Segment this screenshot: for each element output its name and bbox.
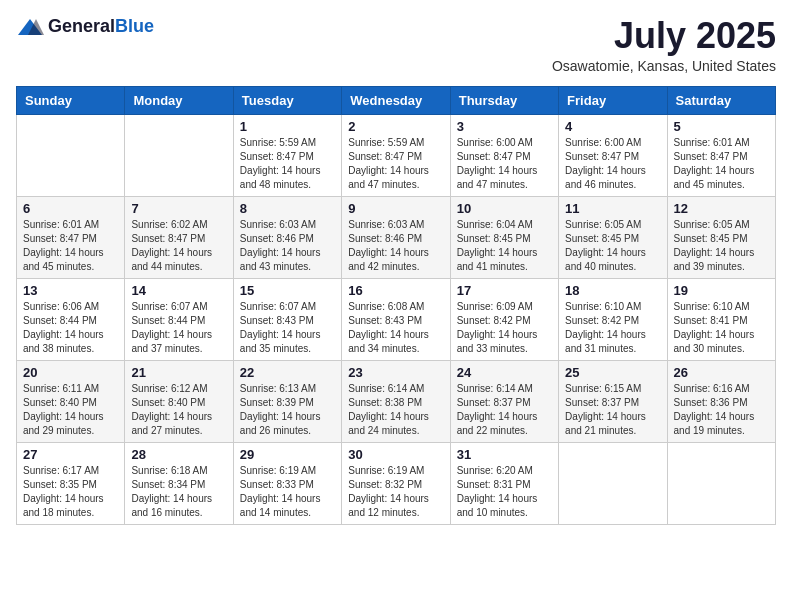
day-number: 3 (457, 119, 552, 134)
day-number: 5 (674, 119, 769, 134)
day-cell: 9Sunrise: 6:03 AM Sunset: 8:46 PM Daylig… (342, 196, 450, 278)
day-number: 8 (240, 201, 335, 216)
day-cell: 27Sunrise: 6:17 AM Sunset: 8:35 PM Dayli… (17, 442, 125, 524)
day-cell: 14Sunrise: 6:07 AM Sunset: 8:44 PM Dayli… (125, 278, 233, 360)
day-number: 14 (131, 283, 226, 298)
day-info: Sunrise: 6:09 AM Sunset: 8:42 PM Dayligh… (457, 300, 552, 356)
day-info: Sunrise: 6:07 AM Sunset: 8:44 PM Dayligh… (131, 300, 226, 356)
day-number: 1 (240, 119, 335, 134)
day-number: 19 (674, 283, 769, 298)
day-number: 25 (565, 365, 660, 380)
day-cell: 31Sunrise: 6:20 AM Sunset: 8:31 PM Dayli… (450, 442, 558, 524)
day-cell (125, 114, 233, 196)
logo-blue: Blue (115, 16, 154, 36)
weekday-header-thursday: Thursday (450, 86, 558, 114)
day-info: Sunrise: 6:04 AM Sunset: 8:45 PM Dayligh… (457, 218, 552, 274)
day-cell: 28Sunrise: 6:18 AM Sunset: 8:34 PM Dayli… (125, 442, 233, 524)
day-number: 24 (457, 365, 552, 380)
day-number: 29 (240, 447, 335, 462)
day-number: 26 (674, 365, 769, 380)
weekday-header-sunday: Sunday (17, 86, 125, 114)
day-number: 20 (23, 365, 118, 380)
day-info: Sunrise: 6:01 AM Sunset: 8:47 PM Dayligh… (674, 136, 769, 192)
day-info: Sunrise: 6:05 AM Sunset: 8:45 PM Dayligh… (674, 218, 769, 274)
calendar-table: SundayMondayTuesdayWednesdayThursdayFrid… (16, 86, 776, 525)
day-number: 6 (23, 201, 118, 216)
day-info: Sunrise: 6:17 AM Sunset: 8:35 PM Dayligh… (23, 464, 118, 520)
day-info: Sunrise: 6:14 AM Sunset: 8:38 PM Dayligh… (348, 382, 443, 438)
day-info: Sunrise: 6:00 AM Sunset: 8:47 PM Dayligh… (457, 136, 552, 192)
day-cell: 2Sunrise: 5:59 AM Sunset: 8:47 PM Daylig… (342, 114, 450, 196)
day-number: 21 (131, 365, 226, 380)
day-cell: 21Sunrise: 6:12 AM Sunset: 8:40 PM Dayli… (125, 360, 233, 442)
day-cell (667, 442, 775, 524)
day-info: Sunrise: 5:59 AM Sunset: 8:47 PM Dayligh… (348, 136, 443, 192)
day-info: Sunrise: 6:19 AM Sunset: 8:33 PM Dayligh… (240, 464, 335, 520)
weekday-header-friday: Friday (559, 86, 667, 114)
day-number: 15 (240, 283, 335, 298)
day-info: Sunrise: 6:06 AM Sunset: 8:44 PM Dayligh… (23, 300, 118, 356)
day-number: 28 (131, 447, 226, 462)
day-info: Sunrise: 6:14 AM Sunset: 8:37 PM Dayligh… (457, 382, 552, 438)
day-cell: 16Sunrise: 6:08 AM Sunset: 8:43 PM Dayli… (342, 278, 450, 360)
day-info: Sunrise: 6:10 AM Sunset: 8:41 PM Dayligh… (674, 300, 769, 356)
day-info: Sunrise: 6:15 AM Sunset: 8:37 PM Dayligh… (565, 382, 660, 438)
logo-icon (16, 17, 44, 37)
day-number: 27 (23, 447, 118, 462)
day-info: Sunrise: 6:07 AM Sunset: 8:43 PM Dayligh… (240, 300, 335, 356)
week-row-2: 6Sunrise: 6:01 AM Sunset: 8:47 PM Daylig… (17, 196, 776, 278)
weekday-header-saturday: Saturday (667, 86, 775, 114)
day-cell: 24Sunrise: 6:14 AM Sunset: 8:37 PM Dayli… (450, 360, 558, 442)
day-info: Sunrise: 6:05 AM Sunset: 8:45 PM Dayligh… (565, 218, 660, 274)
day-number: 18 (565, 283, 660, 298)
week-row-1: 1Sunrise: 5:59 AM Sunset: 8:47 PM Daylig… (17, 114, 776, 196)
day-info: Sunrise: 6:08 AM Sunset: 8:43 PM Dayligh… (348, 300, 443, 356)
day-cell: 3Sunrise: 6:00 AM Sunset: 8:47 PM Daylig… (450, 114, 558, 196)
day-cell: 7Sunrise: 6:02 AM Sunset: 8:47 PM Daylig… (125, 196, 233, 278)
day-number: 23 (348, 365, 443, 380)
day-number: 7 (131, 201, 226, 216)
day-number: 10 (457, 201, 552, 216)
day-cell: 23Sunrise: 6:14 AM Sunset: 8:38 PM Dayli… (342, 360, 450, 442)
day-cell: 13Sunrise: 6:06 AM Sunset: 8:44 PM Dayli… (17, 278, 125, 360)
day-number: 17 (457, 283, 552, 298)
day-cell: 29Sunrise: 6:19 AM Sunset: 8:33 PM Dayli… (233, 442, 341, 524)
day-info: Sunrise: 6:12 AM Sunset: 8:40 PM Dayligh… (131, 382, 226, 438)
day-cell: 15Sunrise: 6:07 AM Sunset: 8:43 PM Dayli… (233, 278, 341, 360)
week-row-3: 13Sunrise: 6:06 AM Sunset: 8:44 PM Dayli… (17, 278, 776, 360)
day-info: Sunrise: 6:02 AM Sunset: 8:47 PM Dayligh… (131, 218, 226, 274)
day-cell: 4Sunrise: 6:00 AM Sunset: 8:47 PM Daylig… (559, 114, 667, 196)
day-info: Sunrise: 6:16 AM Sunset: 8:36 PM Dayligh… (674, 382, 769, 438)
weekday-header-tuesday: Tuesday (233, 86, 341, 114)
day-info: Sunrise: 6:03 AM Sunset: 8:46 PM Dayligh… (240, 218, 335, 274)
day-number: 2 (348, 119, 443, 134)
title-area: July 2025 Osawatomie, Kansas, United Sta… (552, 16, 776, 74)
day-info: Sunrise: 6:03 AM Sunset: 8:46 PM Dayligh… (348, 218, 443, 274)
month-title: July 2025 (552, 16, 776, 56)
day-cell: 8Sunrise: 6:03 AM Sunset: 8:46 PM Daylig… (233, 196, 341, 278)
day-info: Sunrise: 6:00 AM Sunset: 8:47 PM Dayligh… (565, 136, 660, 192)
logo-general: General (48, 16, 115, 36)
day-cell (559, 442, 667, 524)
day-cell: 19Sunrise: 6:10 AM Sunset: 8:41 PM Dayli… (667, 278, 775, 360)
week-row-5: 27Sunrise: 6:17 AM Sunset: 8:35 PM Dayli… (17, 442, 776, 524)
day-cell: 18Sunrise: 6:10 AM Sunset: 8:42 PM Dayli… (559, 278, 667, 360)
day-number: 31 (457, 447, 552, 462)
day-number: 13 (23, 283, 118, 298)
day-number: 11 (565, 201, 660, 216)
day-cell: 6Sunrise: 6:01 AM Sunset: 8:47 PM Daylig… (17, 196, 125, 278)
day-cell: 10Sunrise: 6:04 AM Sunset: 8:45 PM Dayli… (450, 196, 558, 278)
day-info: Sunrise: 6:20 AM Sunset: 8:31 PM Dayligh… (457, 464, 552, 520)
weekday-header-monday: Monday (125, 86, 233, 114)
day-info: Sunrise: 6:01 AM Sunset: 8:47 PM Dayligh… (23, 218, 118, 274)
day-cell: 1Sunrise: 5:59 AM Sunset: 8:47 PM Daylig… (233, 114, 341, 196)
day-cell: 25Sunrise: 6:15 AM Sunset: 8:37 PM Dayli… (559, 360, 667, 442)
day-cell: 11Sunrise: 6:05 AM Sunset: 8:45 PM Dayli… (559, 196, 667, 278)
day-info: Sunrise: 6:13 AM Sunset: 8:39 PM Dayligh… (240, 382, 335, 438)
week-row-4: 20Sunrise: 6:11 AM Sunset: 8:40 PM Dayli… (17, 360, 776, 442)
day-number: 30 (348, 447, 443, 462)
weekday-header-row: SundayMondayTuesdayWednesdayThursdayFrid… (17, 86, 776, 114)
day-cell: 22Sunrise: 6:13 AM Sunset: 8:39 PM Dayli… (233, 360, 341, 442)
day-cell: 5Sunrise: 6:01 AM Sunset: 8:47 PM Daylig… (667, 114, 775, 196)
day-number: 9 (348, 201, 443, 216)
